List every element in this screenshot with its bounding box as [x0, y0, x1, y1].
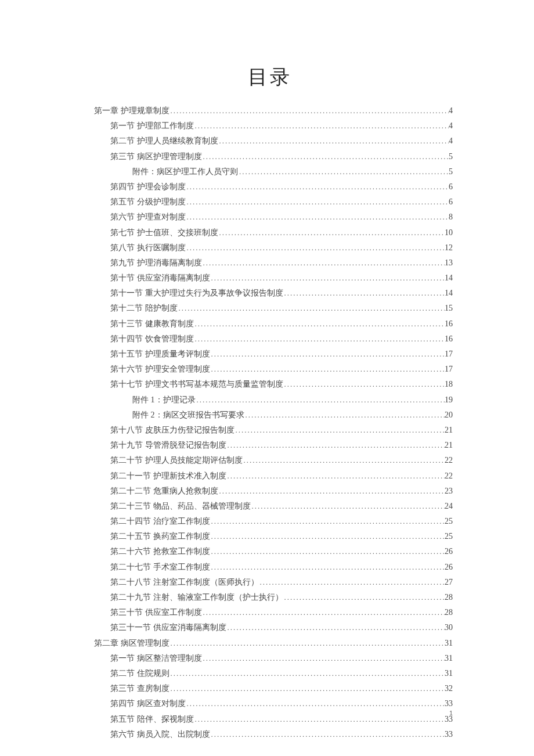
- toc-entry-label: 第二十三节 物品、药品、器械管理制度: [110, 502, 251, 510]
- toc-entry-page: 20: [445, 411, 453, 419]
- toc-entry-label: 第十八节 皮肤压力伤登记报告制度: [110, 426, 234, 434]
- toc-entry-label: 第六节 护理查对制度: [110, 213, 186, 221]
- toc-entry[interactable]: 第八节 执行医嘱制度12: [110, 244, 453, 252]
- toc-entry-page: 21: [445, 426, 453, 434]
- toc-entry[interactable]: 第四节 护理会诊制度6: [110, 183, 453, 191]
- toc-entry[interactable]: 第七节 护士值班、交接班制度10: [110, 229, 453, 237]
- toc-entry[interactable]: 第二十六节 抢救室工作制度26: [110, 548, 453, 556]
- toc-entry[interactable]: 第二十节 护理人员技能定期评估制度22: [110, 456, 453, 465]
- toc-leader-dots: [226, 441, 445, 449]
- toc-entry[interactable]: 第三节 查房制度32: [110, 685, 453, 693]
- toc-leader-dots: [210, 517, 445, 525]
- toc-entry[interactable]: 第四节 病区查对制度33: [110, 700, 453, 708]
- toc-leader-dots: [243, 456, 445, 464]
- toc-entry[interactable]: 第二十四节 治疗室工作制度25: [110, 517, 453, 525]
- toc-entry[interactable]: 第二十三节 物品、药品、器械管理制度24: [110, 502, 453, 510]
- toc-leader-dots: [226, 624, 445, 631]
- toc-entry[interactable]: 第十节 供应室消毒隔离制度14: [110, 274, 453, 282]
- toc-entry-label: 第六节 病员入院、出院制度: [110, 730, 210, 739]
- toc-entry[interactable]: 第六节 护理查对制度8: [110, 213, 453, 221]
- toc-entry-page: 31: [445, 654, 453, 663]
- toc-entry[interactable]: 第十四节 饮食管理制度16: [110, 335, 453, 343]
- toc-entry-page: 26: [445, 548, 453, 556]
- toc-entry[interactable]: 第二十五节 换药室工作制度25: [110, 532, 453, 541]
- toc-entry-label: 第一节 病区整洁管理制度: [110, 654, 202, 663]
- toc-leader-dots: [210, 274, 445, 282]
- toc-entry-page: 24: [445, 502, 453, 510]
- toc-entry[interactable]: 第二章 病区管理制度31: [94, 639, 453, 647]
- toc-entry-label: 第二十二节 危重病人抢救制度: [110, 487, 218, 495]
- toc-entry-page: 14: [445, 274, 453, 282]
- toc-leader-dots: [202, 609, 445, 616]
- toc-entry[interactable]: 第二十二节 危重病人抢救制度23: [110, 487, 453, 495]
- toc-entry-label: 第三节 查房制度: [110, 685, 169, 693]
- toc-entry[interactable]: 第十六节 护理安全管理制度17: [110, 365, 453, 373]
- toc-entry-label: 第一章 护理规章制度: [94, 107, 169, 115]
- toc-entry[interactable]: 第十九节 导管滑脱登记报告制度21: [110, 441, 453, 449]
- toc-entry[interactable]: 第十二节 陪护制度15: [110, 304, 453, 312]
- toc-entry[interactable]: 第六节 病员入院、出院制度33: [110, 730, 453, 739]
- toc-entry[interactable]: 第二十九节 注射、输液室工作制度（护士执行）28: [110, 593, 453, 602]
- toc-entry-page: 33: [445, 700, 453, 708]
- toc-entry-page: 15: [445, 304, 453, 312]
- toc-entry-page: 21: [445, 441, 453, 449]
- toc-entry[interactable]: 第五节 分级护理制度6: [110, 198, 453, 206]
- toc-entry[interactable]: 第二节 住院规则31: [110, 669, 453, 678]
- toc-entry[interactable]: 第十七节 护理文书书写基本规范与质量监管制度18: [110, 380, 453, 388]
- toc-entry-page: 26: [445, 563, 453, 571]
- toc-entry[interactable]: 第五节 陪伴、探视制度33: [110, 715, 453, 723]
- toc-entry[interactable]: 第三节 病区护理管理制度5: [110, 153, 453, 161]
- toc-entry[interactable]: 第二十八节 注射室工作制度（医师执行）27: [110, 578, 453, 586]
- toc-entry-page: 25: [445, 517, 453, 525]
- toc-leader-dots: [186, 198, 449, 206]
- toc-entry[interactable]: 第十三节 健康教育制度16: [110, 320, 453, 328]
- toc-entry[interactable]: 第三十一节 供应室消毒隔离制度30: [110, 624, 453, 632]
- toc-entry[interactable]: 第一节 病区整洁管理制度31: [110, 654, 453, 663]
- toc-entry[interactable]: 第二十七节 手术室工作制度26: [110, 563, 453, 571]
- toc-entry[interactable]: 第十八节 皮肤压力伤登记报告制度21: [110, 426, 453, 434]
- toc-leader-dots: [210, 350, 445, 358]
- toc-entry[interactable]: 附件：病区护理工作人员守则5: [132, 168, 453, 176]
- toc-entry[interactable]: 第十一节 重大护理过失行为及事故争议报告制度14: [110, 289, 453, 297]
- toc-entry[interactable]: 第二十一节 护理新技术准入制度22: [110, 472, 453, 480]
- toc-entry-page: 13: [445, 259, 453, 267]
- toc-leader-dots: [169, 685, 445, 692]
- toc-entry-page: 10: [445, 229, 453, 237]
- toc-entry-label: 第十六节 护理安全管理制度: [110, 365, 210, 373]
- toc-entry[interactable]: 第九节 护理消毒隔离制度13: [110, 259, 453, 267]
- toc-entry-label: 第一节 护理部工作制度: [110, 122, 194, 130]
- toc-entry-page: 16: [445, 335, 453, 343]
- toc-entry-page: 22: [445, 472, 453, 480]
- toc-entry-page: 28: [445, 609, 453, 617]
- toc-entry-label: 附件：病区护理工作人员守则: [132, 168, 238, 176]
- toc-entry-page: 31: [445, 669, 453, 678]
- toc-entry-page: 16: [445, 320, 453, 328]
- toc-entry-page: 4: [449, 137, 453, 145]
- toc-entry-label: 第二十七节 手术室工作制度: [110, 563, 210, 571]
- toc-leader-dots: [210, 532, 445, 540]
- toc-entry[interactable]: 第一章 护理规章制度4: [94, 107, 453, 115]
- toc-entry[interactable]: 附件 2：病区交班报告书写要求20: [132, 411, 453, 419]
- toc-entry-page: 23: [445, 487, 453, 495]
- toc-entry-label: 第三节 病区护理管理制度: [110, 153, 202, 161]
- toc-leader-dots: [194, 335, 445, 343]
- toc-entry-page: 8: [449, 213, 453, 221]
- toc-entry[interactable]: 附件 1：护理记录19: [132, 396, 453, 404]
- toc-entry-page: 5: [449, 153, 453, 161]
- toc-entry[interactable]: 第一节 护理部工作制度4: [110, 122, 453, 130]
- toc-entry-page: 14: [445, 289, 453, 297]
- toc-leader-dots: [194, 122, 449, 129]
- toc-entry-label: 第七节 护士值班、交接班制度: [110, 229, 218, 237]
- toc-entry[interactable]: 第十五节 护理质量考评制度17: [110, 350, 453, 358]
- toc-entry[interactable]: 第三十节 供应室工作制度28: [110, 609, 453, 617]
- toc-entry-page: 17: [445, 365, 453, 373]
- toc-entry-page: 22: [445, 456, 453, 465]
- toc-entry-label: 第十一节 重大护理过失行为及事故争议报告制度: [110, 289, 283, 297]
- toc-entry[interactable]: 第二节 护理人员继续教育制度4: [110, 137, 453, 145]
- toc-entry-label: 第四节 护理会诊制度: [110, 183, 186, 191]
- toc-leader-dots: [283, 289, 445, 297]
- toc-entry-label: 第四节 病区查对制度: [110, 700, 186, 708]
- toc-leader-dots: [186, 213, 449, 221]
- toc-entry-label: 第三十节 供应室工作制度: [110, 609, 202, 617]
- toc-entry-page: 4: [449, 122, 453, 130]
